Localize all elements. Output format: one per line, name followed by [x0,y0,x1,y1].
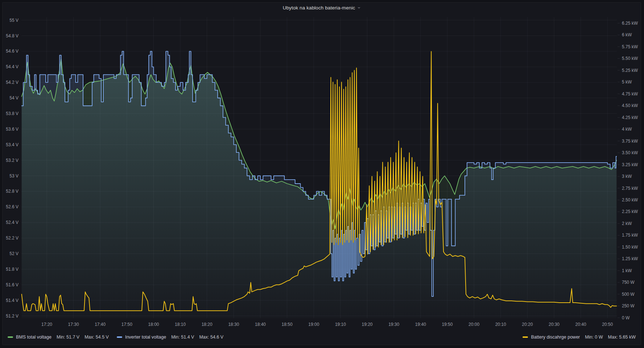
y-left-tick-label: 53 V [9,173,18,179]
y-right-tick-label: 1.50 kW [622,245,638,250]
x-tick-label: 17:40 [95,322,106,327]
y-left-tick-label: 54.8 V [6,33,18,38]
x-tick-label: 20:10 [495,322,506,327]
x-tick-label: 19:20 [362,322,372,327]
y-left-tick-label: 52 V [9,251,18,256]
y-left-tick-label: 54.4 V [6,64,18,69]
right-axis-ticks [618,23,620,318]
panel-title-text: Ubytok na kabloch bateria-menic [283,5,355,11]
x-tick-label: 19:00 [308,322,319,327]
x-tick-label: 20:50 [602,322,613,327]
legend-item-bms-total-voltage[interactable]: BMS total voltage Min: 51.7 V Max: 54.5 … [8,335,109,340]
x-tick-label: 20:30 [549,322,560,327]
x-tick-label: 18:40 [255,322,266,327]
y-right-tick-label: 0 W [622,315,630,320]
y-right-tick-label: 5.25 kW [622,68,638,73]
y-right-tick-label: 1.25 kW [622,256,638,261]
legend-max-stat: Max: 54.6 V [199,335,223,340]
y-right-tick-label: 5 kW [622,79,632,85]
x-tick-label: 19:40 [415,322,426,327]
x-tick-label: 17:30 [68,322,79,327]
y-right-tick-label: 2 kW [622,221,632,226]
y-left-tick-label: 53.6 V [6,127,18,132]
y-right-tick-label: 2.25 kW [622,209,638,214]
y-right-tick-label: 1.75 kW [622,233,638,238]
y-right-tick-label: 250 W [622,303,635,308]
y-left-tick-label: 51.2 V [6,314,18,319]
y-right-tick-label: 2.75 kW [622,186,638,191]
y-left-tick-label: 55 V [9,18,18,23]
grafana-panel: Ubytok na kabloch bateria-menic 55 V54.8… [2,2,641,345]
y-axis-right-labels: 6.25 kW6 kW5.75 kW5.50 kW5.25 kW5 kW4.75… [622,21,638,320]
x-tick-label: 18:00 [148,322,159,327]
legend-item-battery-discharge-power[interactable]: Battery discahrge power Min: 0 W Max: 5.… [523,335,636,340]
y-left-tick-label: 52.4 V [6,220,18,225]
legend-max-stat: Max: 5.65 kW [608,335,636,340]
x-tick-label: 20:20 [522,322,533,327]
legend-item-inverter-total-voltage[interactable]: Inverter total voltage Min: 51.4 V Max: … [117,335,223,340]
legend-right-group: Battery discahrge power Min: 0 W Max: 5.… [523,335,636,340]
series-color-swatch [117,336,122,338]
legend-label: Inverter total voltage [125,335,166,340]
y-right-tick-label: 750 W [622,280,635,285]
y-left-tick-label: 51.4 V [6,298,18,303]
y-right-tick-label: 3.50 kW [622,150,638,155]
y-left-tick-label: 54.6 V [6,49,18,54]
y-left-tick-label: 54 V [9,95,18,101]
y-left-tick-label: 52.8 V [6,189,18,194]
y-right-tick-label: 5.75 kW [622,44,638,49]
x-tick-label: 18:20 [202,322,212,327]
y-right-tick-label: 5.50 kW [622,56,638,61]
legend: BMS total voltage Min: 51.7 V Max: 54.5 … [3,331,641,345]
y-left-tick-label: 52.6 V [6,204,18,209]
legend-left-group: BMS total voltage Min: 51.7 V Max: 54.5 … [8,335,223,340]
y-right-tick-label: 6.25 kW [622,21,638,26]
y-left-tick-label: 52.2 V [6,236,18,241]
legend-label: Battery discahrge power [531,335,580,340]
x-tick-label: 20:00 [468,322,479,327]
y-right-tick-label: 500 W [622,292,635,297]
x-tick-label: 19:50 [442,322,453,327]
x-tick-label: 19:10 [335,322,346,327]
y-right-tick-label: 4.75 kW [622,91,638,97]
x-tick-label: 20:40 [575,322,586,327]
y-left-tick-label: 53.8 V [6,111,18,116]
legend-label: BMS total voltage [16,335,51,340]
y-axis-left-labels: 55 V54.8 V54.6 V54.4 V54.2 V54 V53.8 V53… [6,18,18,319]
y-left-tick-label: 51.8 V [6,267,18,272]
y-right-tick-label: 6 kW [622,32,632,37]
x-tick-label: 17:50 [121,322,132,327]
x-tick-label: 18:10 [175,322,186,327]
y-right-tick-label: 4.25 kW [622,115,638,120]
legend-max-stat: Max: 54.5 V [84,335,109,340]
legend-min-stat: Min: 0 W [585,335,603,340]
legend-min-stat: Min: 51.7 V [57,335,79,340]
time-series-chart[interactable]: 55 V54.8 V54.6 V54.4 V54.2 V54 V53.8 V53… [3,3,641,332]
x-tick-label: 17:20 [41,322,52,327]
x-tick-label: 18:50 [282,322,293,327]
x-axis-labels: 17:2017:3017:4017:5018:0018:1018:2018:30… [41,322,613,327]
y-right-tick-label: 4.50 kW [622,103,638,108]
y-right-tick-label: 2.50 kW [622,197,638,202]
series-color-swatch [523,336,528,338]
x-tick-label: 18:30 [228,322,239,327]
y-right-tick-label: 3 kW [622,174,632,179]
y-left-tick-label: 51.6 V [6,282,18,287]
series-color-swatch [8,336,13,338]
chevron-down-icon [358,7,360,9]
y-left-tick-label: 53.4 V [6,142,18,147]
panel-title[interactable]: Ubytok na kabloch bateria-menic [3,3,641,13]
y-right-tick-label: 3.25 kW [622,162,638,167]
y-right-tick-label: 3.75 kW [622,139,638,144]
y-left-tick-label: 54.2 V [6,80,18,85]
y-right-tick-label: 4 kW [622,127,632,132]
x-tick-label: 19:30 [388,322,399,327]
y-left-tick-label: 53.2 V [6,158,18,163]
y-right-tick-label: 1 kW [622,268,632,273]
legend-min-stat: Min: 51.4 V [171,335,194,340]
